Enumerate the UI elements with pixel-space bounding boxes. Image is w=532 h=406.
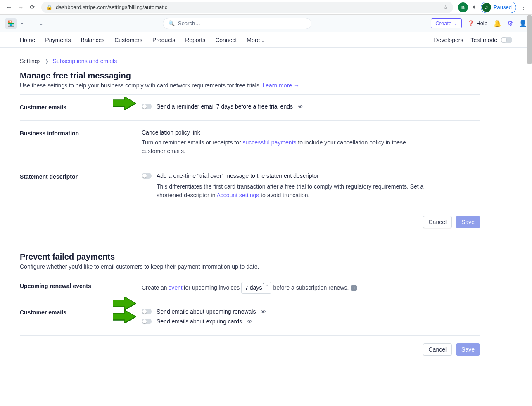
url-text: dashboard.stripe.com/settings/billing/au… bbox=[56, 4, 167, 10]
save-button[interactable]: Save bbox=[456, 343, 480, 356]
cancel-button[interactable]: Cancel bbox=[423, 343, 452, 356]
row-label: Upcoming renewal events bbox=[20, 282, 142, 294]
back-button[interactable]: ← bbox=[4, 2, 14, 12]
nav-balances[interactable]: Balances bbox=[81, 37, 105, 43]
nav-more[interactable]: More ⌄ bbox=[247, 37, 265, 43]
create-button[interactable]: Create ⌄ bbox=[431, 18, 462, 28]
test-mode-switch[interactable] bbox=[501, 37, 512, 43]
row-upcoming-renewal: Upcoming renewal events Create an event … bbox=[20, 276, 480, 300]
row-label: Customer emails bbox=[20, 103, 142, 112]
test-mode-toggle[interactable]: Test mode bbox=[470, 37, 512, 43]
cancellation-policy-text: Turn on reminder emails or receipts for … bbox=[142, 138, 414, 156]
chevron-right-icon: ❯ bbox=[45, 59, 49, 64]
toggle-trial-over-descriptor[interactable] bbox=[142, 173, 152, 179]
browser-chrome: ← → ⟳ 🔒 dashboard.stripe.com/settings/bi… bbox=[0, 0, 532, 15]
preview-eye-icon[interactable]: 👁 bbox=[247, 319, 252, 325]
section-title-trial: Manage free trial messaging bbox=[20, 71, 480, 80]
statement-descriptor-text: This differentiates the first card trans… bbox=[157, 182, 429, 200]
row-business-info: Business information Cancellation policy… bbox=[20, 120, 480, 164]
lock-icon: 🔒 bbox=[46, 5, 52, 10]
app-header: 🏪 ⌄ 🔍 Search… Create ⌄ ❓ Help 🔔 ⚙ 👤 bbox=[0, 15, 532, 32]
scrollbar[interactable] bbox=[527, 15, 532, 64]
nav-reports[interactable]: Reports bbox=[185, 37, 205, 43]
toggle-expiring-cards[interactable] bbox=[142, 319, 152, 324]
info-icon[interactable]: i bbox=[351, 285, 357, 291]
extension-badge[interactable]: B bbox=[458, 2, 468, 12]
profile-avatar: J bbox=[482, 3, 491, 12]
forward-button[interactable]: → bbox=[16, 2, 26, 12]
section-desc-failed: Configure whether you'd like to email cu… bbox=[20, 263, 480, 270]
preview-eye-icon[interactable]: 👁 bbox=[261, 309, 266, 315]
omnibox[interactable]: 🔒 dashboard.stripe.com/settings/billing/… bbox=[41, 2, 453, 13]
actions-trial: Cancel Save bbox=[20, 208, 480, 236]
nav-customers[interactable]: Customers bbox=[114, 37, 142, 43]
page-content: Settings ❯ Subscriptions and emails Mana… bbox=[0, 48, 500, 380]
preview-eye-icon[interactable]: 👁 bbox=[298, 104, 303, 110]
nav-home[interactable]: Home bbox=[20, 37, 35, 43]
actions-failed: Cancel Save bbox=[20, 335, 480, 363]
toggle-reminder-label: Send a reminder email 7 days before a fr… bbox=[157, 103, 293, 110]
search-input[interactable]: 🔍 Search… bbox=[163, 18, 311, 29]
row-customer-emails-failed: Customer emails Send emails about upcomi… bbox=[20, 300, 480, 335]
save-button[interactable]: Save bbox=[456, 216, 480, 228]
breadcrumb-current[interactable]: Subscriptions and emails bbox=[53, 58, 117, 64]
row-label: Business information bbox=[20, 129, 142, 156]
toggle-expiring-cards-label: Send emails about expiring cards bbox=[157, 318, 242, 325]
settings-gear-icon[interactable]: ⚙ bbox=[507, 19, 513, 27]
nav-connect[interactable]: Connect bbox=[215, 37, 237, 43]
bookmark-star-icon[interactable]: ☆ bbox=[443, 4, 448, 11]
search-placeholder: Search… bbox=[178, 20, 200, 26]
learn-more-link[interactable]: Learn more → bbox=[262, 82, 299, 89]
toggle-trial-over-label: Add a one-time "trial over" message to t… bbox=[157, 172, 319, 179]
main-nav: Home Payments Balances Customers Product… bbox=[0, 32, 532, 48]
chrome-menu-icon[interactable]: ⋮ bbox=[519, 3, 529, 11]
reload-button[interactable]: ⟳ bbox=[27, 2, 37, 12]
account-settings-link[interactable]: Account settings bbox=[217, 192, 259, 198]
chevron-down-icon: ⌄ bbox=[454, 21, 457, 26]
row-label: Statement descriptor bbox=[20, 172, 142, 200]
chevron-down-icon: ⌄ bbox=[261, 38, 265, 43]
profile-icon[interactable]: 👤 bbox=[519, 19, 527, 27]
account-switcher-chevron-icon[interactable]: ⌄ bbox=[39, 21, 43, 26]
nav-developers[interactable]: Developers bbox=[434, 37, 463, 43]
profile-paused-pill[interactable]: J Paused bbox=[481, 2, 516, 13]
section-desc-trial: Use these settings to help your business… bbox=[20, 82, 480, 89]
breadcrumb-settings[interactable]: Settings bbox=[20, 58, 41, 64]
toggle-reminder-email[interactable] bbox=[142, 104, 152, 109]
row-customer-emails-trial: Customer emails Send a reminder email 7 … bbox=[20, 95, 480, 120]
extensions-icon[interactable]: ✦ bbox=[471, 3, 477, 11]
create-label: Create bbox=[435, 20, 451, 26]
help-icon: ❓ bbox=[468, 20, 474, 26]
cancellation-policy-subtitle: Cancellation policy link bbox=[142, 129, 480, 136]
toggle-upcoming-renewals[interactable] bbox=[142, 309, 152, 314]
successful-payments-link[interactable]: successful payments bbox=[243, 139, 297, 146]
notifications-icon[interactable]: 🔔 bbox=[493, 19, 501, 27]
event-link[interactable]: event bbox=[168, 283, 182, 292]
row-statement-descriptor: Statement descriptor Add a one-time "tri… bbox=[20, 164, 480, 208]
paused-label: Paused bbox=[494, 4, 512, 10]
nav-payments[interactable]: Payments bbox=[45, 37, 71, 43]
account-indicator bbox=[21, 23, 23, 24]
help-link[interactable]: ❓ Help bbox=[468, 20, 487, 26]
toggle-upcoming-renewals-label: Send emails about upcoming renewals bbox=[157, 308, 256, 315]
store-logo-icon[interactable]: 🏪 bbox=[5, 18, 17, 29]
section-title-failed: Prevent failed payments bbox=[20, 252, 480, 262]
search-icon: 🔍 bbox=[168, 20, 175, 26]
help-label: Help bbox=[476, 20, 487, 26]
nav-products[interactable]: Products bbox=[152, 37, 175, 43]
renewal-event-text: Create an event for upcoming invoices 7 … bbox=[142, 282, 414, 294]
cancel-button[interactable]: Cancel bbox=[423, 216, 452, 228]
test-mode-label: Test mode bbox=[470, 37, 497, 43]
renewal-days-select[interactable]: 7 days bbox=[241, 282, 271, 294]
row-label: Customer emails bbox=[20, 308, 142, 327]
breadcrumb: Settings ❯ Subscriptions and emails bbox=[20, 58, 480, 64]
